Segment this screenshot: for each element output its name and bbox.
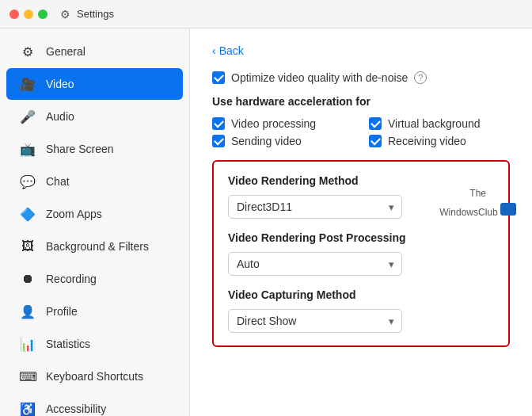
sidebar-label-video: Video bbox=[46, 78, 74, 90]
capturing-method-select-wrapper: Direct Show OBS Virtual Camera Auto bbox=[228, 309, 402, 333]
settings-icon: ⚙ bbox=[60, 8, 70, 21]
statistics-icon: 📊 bbox=[19, 335, 36, 353]
app-container: ⚙ General 🎥 Video 🎤 Audio 📺 Share Screen… bbox=[0, 29, 532, 416]
hw-label-0: Video processing bbox=[231, 117, 316, 130]
rendering-post-select-wrapper: Auto None Enhanced bbox=[228, 252, 402, 276]
hw-checkbox-2[interactable] bbox=[212, 135, 225, 147]
sidebar-item-share-screen[interactable]: 📺 Share Screen bbox=[6, 133, 183, 165]
watermark: The WindowsClub bbox=[439, 187, 516, 219]
sidebar-item-audio[interactable]: 🎤 Audio bbox=[6, 101, 183, 132]
sidebar-label-zoom-apps: Zoom Apps bbox=[46, 208, 102, 220]
sidebar-item-profile[interactable]: 👤 Profile bbox=[6, 296, 183, 327]
video-icon: 🎥 bbox=[19, 75, 36, 93]
hw-checkbox-0[interactable] bbox=[212, 117, 225, 130]
sidebar-item-recording[interactable]: ⏺ Recording bbox=[6, 263, 183, 295]
hardware-grid: Video processing Virtual background Send… bbox=[212, 117, 510, 147]
sidebar: ⚙ General 🎥 Video 🎤 Audio 📺 Share Screen… bbox=[0, 29, 190, 416]
sidebar-item-chat[interactable]: 💬 Chat bbox=[6, 166, 183, 197]
keyboard-shortcuts-icon: ⌨ bbox=[19, 368, 36, 385]
sidebar-item-accessibility[interactable]: ♿ Accessibility bbox=[6, 393, 183, 416]
sidebar-item-zoom-apps[interactable]: 🔷 Zoom Apps bbox=[6, 198, 183, 230]
hw-checkbox-1[interactable] bbox=[369, 117, 382, 130]
recording-icon: ⏺ bbox=[19, 270, 36, 288]
close-button[interactable] bbox=[10, 10, 19, 19]
sidebar-label-share-screen: Share Screen bbox=[46, 143, 114, 155]
optimize-label: Optimize video quality with de-noise bbox=[231, 71, 408, 84]
window-controls bbox=[10, 10, 48, 19]
sidebar-label-audio: Audio bbox=[46, 110, 74, 123]
profile-icon: 👤 bbox=[19, 303, 36, 320]
window-title: Settings bbox=[77, 8, 114, 20]
back-label: Back bbox=[219, 44, 244, 57]
hardware-heading: Use hardware acceleration for bbox=[212, 95, 510, 108]
rendering-post-section: Video Rendering Post Processing Auto Non… bbox=[228, 231, 494, 276]
sidebar-label-chat: Chat bbox=[46, 175, 70, 188]
back-link[interactable]: ‹ Back bbox=[212, 44, 510, 57]
title-bar: ⚙ Settings bbox=[0, 0, 532, 29]
sidebar-item-background-filters[interactable]: 🖼 Background & Filters bbox=[6, 231, 183, 262]
optimize-row: Optimize video quality with de-noise ? bbox=[212, 71, 510, 84]
general-icon: ⚙ bbox=[19, 43, 36, 60]
capturing-method-select[interactable]: Direct Show OBS Virtual Camera Auto bbox=[228, 309, 402, 333]
sidebar-label-profile: Profile bbox=[46, 305, 78, 318]
accessibility-icon: ♿ bbox=[19, 400, 36, 416]
sidebar-label-recording: Recording bbox=[46, 273, 97, 285]
hw-item-1: Virtual background bbox=[369, 117, 510, 130]
optimize-help-icon[interactable]: ? bbox=[414, 71, 427, 84]
hw-label-3: Receiving video bbox=[388, 135, 466, 147]
audio-icon: 🎤 bbox=[19, 108, 36, 125]
chat-icon: 💬 bbox=[19, 173, 36, 190]
rendering-post-select[interactable]: Auto None Enhanced bbox=[228, 252, 402, 276]
hw-label-1: Virtual background bbox=[388, 117, 480, 130]
watermark-line1: The bbox=[469, 188, 486, 199]
background-filters-icon: 🖼 bbox=[19, 238, 36, 255]
optimize-checkbox[interactable] bbox=[212, 71, 225, 84]
sidebar-label-accessibility: Accessibility bbox=[46, 403, 106, 415]
watermark-line2: WindowsClub bbox=[439, 207, 497, 218]
sidebar-item-statistics[interactable]: 📊 Statistics bbox=[6, 328, 183, 360]
sidebar-item-keyboard-shortcuts[interactable]: ⌨ Keyboard Shortcuts bbox=[6, 361, 183, 392]
sidebar-item-video[interactable]: 🎥 Video bbox=[6, 68, 183, 100]
minimize-button[interactable] bbox=[24, 10, 33, 19]
capturing-method-label: Video Capturing Method bbox=[228, 288, 494, 301]
zoom-apps-icon: 🔷 bbox=[19, 205, 36, 223]
maximize-button[interactable] bbox=[38, 10, 48, 19]
watermark-badge bbox=[500, 203, 516, 216]
rendering-method-select-wrapper: Direct3D11 Direct3D9 OpenGL Auto bbox=[228, 195, 402, 219]
hw-checkbox-3[interactable] bbox=[369, 135, 382, 147]
sidebar-item-general[interactable]: ⚙ General bbox=[6, 36, 183, 67]
main-content: ‹ Back Optimize video quality with de-no… bbox=[190, 29, 532, 416]
hw-item-3: Receiving video bbox=[369, 135, 510, 147]
rendering-method-select[interactable]: Direct3D11 Direct3D9 OpenGL Auto bbox=[228, 195, 402, 219]
sidebar-label-general: General bbox=[46, 45, 86, 58]
capturing-method-section: Video Capturing Method Direct Show OBS V… bbox=[228, 288, 494, 333]
sidebar-label-keyboard-shortcuts: Keyboard Shortcuts bbox=[46, 370, 143, 383]
sidebar-label-statistics: Statistics bbox=[46, 338, 90, 350]
rendering-method-label: Video Rendering Method bbox=[228, 174, 494, 187]
sidebar-label-background-filters: Background & Filters bbox=[46, 240, 149, 253]
hw-item-0: Video processing bbox=[212, 117, 353, 130]
hw-label-2: Sending video bbox=[231, 135, 302, 147]
back-chevron: ‹ bbox=[212, 44, 216, 57]
share-screen-icon: 📺 bbox=[19, 140, 36, 158]
hw-item-2: Sending video bbox=[212, 135, 353, 147]
rendering-post-label: Video Rendering Post Processing bbox=[228, 231, 494, 244]
